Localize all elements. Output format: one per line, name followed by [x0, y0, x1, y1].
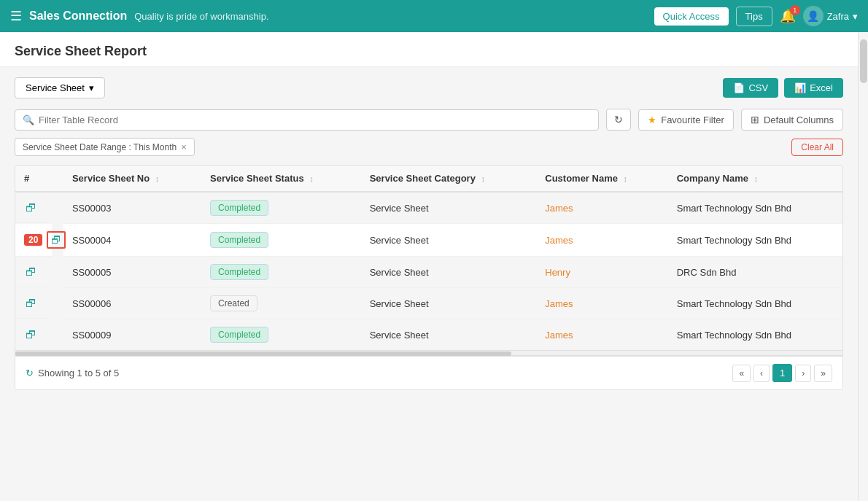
user-avatar-icon: 👤 — [803, 6, 824, 26]
cell-category: Service Sheet — [361, 257, 537, 288]
data-table-container: # Service Sheet No ↕ Service Sheet Statu… — [15, 165, 843, 390]
table-header-row: # Service Sheet No ↕ Service Sheet Statu… — [15, 166, 842, 192]
user-menu[interactable]: 👤 Zafra ▾ — [803, 6, 858, 26]
page-header: Service Sheet Report — [0, 32, 858, 67]
sort-icon-sheet-no: ↕ — [155, 174, 160, 183]
customer-name-link[interactable]: James — [545, 235, 573, 246]
refresh-icon: ↻ — [614, 114, 623, 125]
data-table: # Service Sheet No ↕ Service Sheet Statu… — [15, 166, 842, 350]
open-record-button[interactable]: 🗗 — [24, 264, 38, 279]
page-outer: Service Sheet Report Service Sheet ▾ 📄 C… — [0, 32, 868, 501]
cell-customer: James — [536, 288, 667, 319]
cell-status: Completed — [201, 257, 361, 288]
refresh-footer-icon[interactable]: ↻ — [26, 368, 34, 378]
col-category[interactable]: Service Sheet Category ↕ — [361, 166, 537, 192]
default-columns-button[interactable]: ⊞ Default Columns — [741, 109, 843, 131]
excel-export-button[interactable]: 📊 Excel — [784, 78, 843, 98]
first-page-button[interactable]: « — [732, 365, 751, 382]
table-row: 🗗SS00006CreatedService SheetJamesSmart T… — [15, 288, 842, 319]
clear-all-button[interactable]: Clear All — [791, 139, 843, 156]
status-badge: Completed — [210, 200, 268, 216]
open-record-button[interactable]: 🗗 — [47, 231, 66, 249]
cell-category: Service Sheet — [361, 192, 537, 224]
vertical-scroll-thumb — [860, 39, 867, 83]
last-page-button[interactable]: » — [814, 365, 832, 382]
main-area: Service Sheet Report Service Sheet ▾ 📄 C… — [0, 32, 858, 501]
vertical-scrollbar[interactable] — [858, 32, 868, 501]
cell-sheet-no: SS00004 — [63, 224, 201, 257]
table-row: 🗗SS00003CompletedService SheetJamesSmart… — [15, 192, 842, 224]
columns-icon: ⊞ — [751, 114, 759, 125]
star-icon: ★ — [648, 114, 656, 125]
refresh-button[interactable]: ↻ — [606, 109, 631, 131]
table-footer: ↻ Showing 1 to 5 of 5 « ‹ 1 › » — [15, 356, 842, 389]
csv-export-button[interactable]: 📄 CSV — [723, 78, 778, 98]
open-record-button[interactable]: 🗗 — [24, 295, 38, 311]
customer-name-link[interactable]: James — [545, 203, 573, 214]
cell-company: DRC Sdn Bhd — [668, 257, 842, 288]
current-page-button[interactable]: 1 — [772, 364, 792, 382]
row-number-badge: 20 — [24, 234, 42, 246]
sort-icon-status: ↕ — [309, 174, 314, 183]
customer-name-link[interactable]: James — [545, 298, 573, 309]
status-badge: Completed — [210, 327, 268, 343]
open-record-button[interactable]: 🗗 — [24, 200, 38, 215]
col-sheet-no[interactable]: Service Sheet No ↕ — [63, 166, 201, 192]
cell-customer: James — [536, 224, 667, 257]
cell-status: Completed — [201, 319, 361, 351]
cell-company: Smart Technology Sdn Bhd — [668, 224, 842, 257]
scroll-thumb — [15, 352, 511, 356]
col-company[interactable]: Company Name ↕ — [668, 166, 842, 192]
dropdown-chevron-icon: ▾ — [89, 82, 94, 93]
open-record-button[interactable]: 🗗 — [24, 327, 38, 342]
notification-badge: 1 — [790, 5, 800, 15]
col-customer[interactable]: Customer Name ↕ — [536, 166, 667, 192]
dropdown-label: Service Sheet — [26, 82, 85, 93]
default-columns-label: Default Columns — [764, 114, 834, 125]
cell-customer: James — [536, 319, 667, 351]
col-hash: # — [15, 166, 63, 192]
cell-customer: James — [536, 192, 667, 224]
table-row: 🗗SS00005CompletedService SheetHenryDRC S… — [15, 257, 842, 288]
cell-category: Service Sheet — [361, 319, 537, 351]
cell-status: Completed — [201, 224, 361, 257]
table-row: 20🗗SS00004CompletedService SheetJamesSma… — [15, 224, 842, 257]
cell-hash: 🗗 — [15, 319, 52, 349]
cell-status: Completed — [201, 192, 361, 224]
cell-company: Smart Technology Sdn Bhd — [668, 192, 842, 224]
user-menu-chevron: ▾ — [853, 11, 858, 22]
horizontal-scrollbar[interactable] — [15, 350, 842, 356]
search-row: 🔍 ↻ ★ Favourite Filter ⊞ Default Columns — [15, 109, 843, 131]
favourite-filter-label: Favourite Filter — [661, 114, 724, 125]
quick-access-button[interactable]: Quick Access — [654, 7, 729, 26]
remove-filter-button[interactable]: × — [181, 141, 187, 152]
sort-icon-category: ↕ — [481, 174, 486, 183]
pagination-controls: « ‹ 1 › » — [732, 364, 832, 382]
prev-page-button[interactable]: ‹ — [753, 365, 770, 382]
active-filter-tag: Service Sheet Date Range : This Month × — [15, 138, 195, 156]
next-page-button[interactable]: › — [795, 365, 811, 382]
tips-button[interactable]: Tips — [736, 7, 772, 26]
cell-category: Service Sheet — [361, 288, 537, 319]
cell-company: Smart Technology Sdn Bhd — [668, 288, 842, 319]
hamburger-menu[interactable]: ☰ — [10, 8, 22, 24]
status-badge: Created — [210, 295, 257, 311]
customer-name-link[interactable]: Henry — [545, 267, 570, 278]
cell-hash: 🗗 — [15, 288, 52, 319]
cell-sheet-no: SS00009 — [63, 319, 201, 351]
cell-company: Smart Technology Sdn Bhd — [668, 319, 842, 351]
excel-label: Excel — [810, 82, 833, 93]
col-status[interactable]: Service Sheet Status ↕ — [201, 166, 361, 192]
search-input[interactable] — [39, 114, 591, 125]
filter-tag-row: Service Sheet Date Range : This Month × … — [15, 138, 843, 156]
favourite-filter-button[interactable]: ★ Favourite Filter — [638, 109, 734, 131]
cell-sheet-no: SS00005 — [63, 257, 201, 288]
customer-name-link[interactable]: James — [545, 330, 573, 341]
service-sheet-dropdown[interactable]: Service Sheet ▾ — [15, 77, 105, 98]
cell-hash: 🗗 — [15, 257, 52, 287]
search-box-container: 🔍 — [15, 109, 599, 131]
excel-file-icon: 📊 — [794, 82, 806, 93]
cell-status: Created — [201, 288, 361, 319]
table-row: 🗗SS00009CompletedService SheetJamesSmart… — [15, 319, 842, 351]
showing-count: Showing 1 to 5 of 5 — [38, 368, 119, 378]
